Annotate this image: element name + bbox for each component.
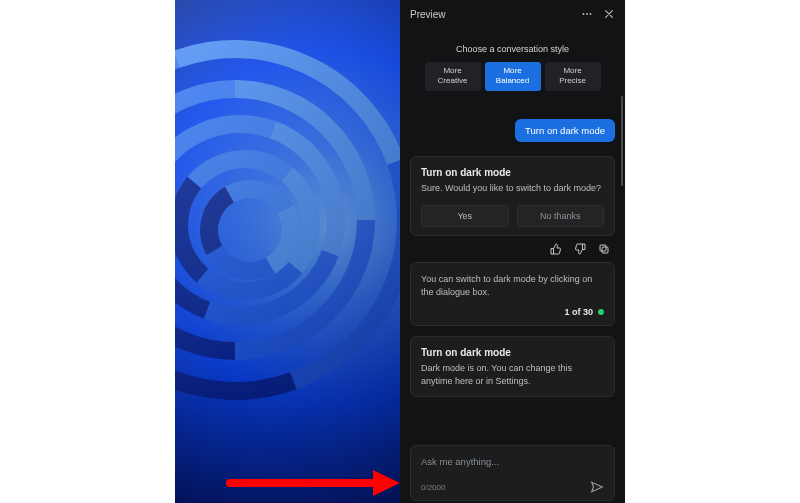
style-option-line2: Balanced <box>485 76 541 86</box>
user-message-bubble: Turn on dark mode <box>515 119 615 142</box>
status-dot-icon <box>598 309 604 315</box>
style-option-creative[interactable]: More Creative <box>425 62 481 91</box>
style-option-line1: More <box>545 66 601 76</box>
response-body: Dark mode is on. You can change this any… <box>421 362 604 388</box>
user-message-row: Turn on dark mode <box>410 119 615 142</box>
panel-header: Preview <box>400 0 625 26</box>
style-heading: Choose a conversation style <box>410 44 615 54</box>
style-option-balanced[interactable]: More Balanced <box>485 62 541 91</box>
panel-body: Choose a conversation style More Creativ… <box>400 26 625 445</box>
thumbs-down-icon[interactable] <box>573 242 587 256</box>
confirm-row: Yes No thanks <box>421 205 604 227</box>
response-title: Turn on dark mode <box>421 347 604 358</box>
svg-point-3 <box>586 13 588 15</box>
svg-rect-5 <box>602 247 608 253</box>
desktop-wallpaper <box>175 0 400 503</box>
svg-point-2 <box>583 13 585 15</box>
send-icon[interactable] <box>590 480 604 494</box>
style-picker: More Creative More Balanced More Precise <box>410 62 615 91</box>
response-card-2: You can switch to dark mode by clicking … <box>410 262 615 326</box>
no-thanks-button[interactable]: No thanks <box>517 205 605 227</box>
scrollbar[interactable] <box>621 96 623 186</box>
style-option-line1: More <box>485 66 541 76</box>
char-counter: 0/2000 <box>421 483 445 492</box>
style-option-line2: Precise <box>545 76 601 86</box>
style-option-line2: Creative <box>425 76 481 86</box>
response-title: Turn on dark mode <box>421 167 604 178</box>
turn-counter: 1 of 30 <box>421 307 604 317</box>
response-card-1: Turn on dark mode Sure. Would you like t… <box>410 156 615 236</box>
turn-counter-text: 1 of 30 <box>564 307 593 317</box>
chat-input[interactable]: Ask me anything... 0/2000 <box>410 445 615 501</box>
thumbs-up-icon[interactable] <box>549 242 563 256</box>
response-body: You can switch to dark mode by clicking … <box>421 273 604 299</box>
copilot-panel: Preview Choose a conversation style More… <box>400 0 625 503</box>
svg-rect-6 <box>600 245 606 251</box>
response-card-3: Turn on dark mode Dark mode is on. You c… <box>410 336 615 397</box>
yes-button[interactable]: Yes <box>421 205 509 227</box>
style-option-line1: More <box>425 66 481 76</box>
svg-point-4 <box>590 13 592 15</box>
style-option-precise[interactable]: More Precise <box>545 62 601 91</box>
more-icon[interactable] <box>579 6 595 22</box>
copy-icon[interactable] <box>597 242 611 256</box>
close-icon[interactable] <box>601 6 617 22</box>
feedback-row <box>410 242 611 256</box>
panel-title: Preview <box>410 9 573 20</box>
response-body: Sure. Would you like to switch to dark m… <box>421 182 604 195</box>
chat-input-placeholder: Ask me anything... <box>421 456 604 470</box>
